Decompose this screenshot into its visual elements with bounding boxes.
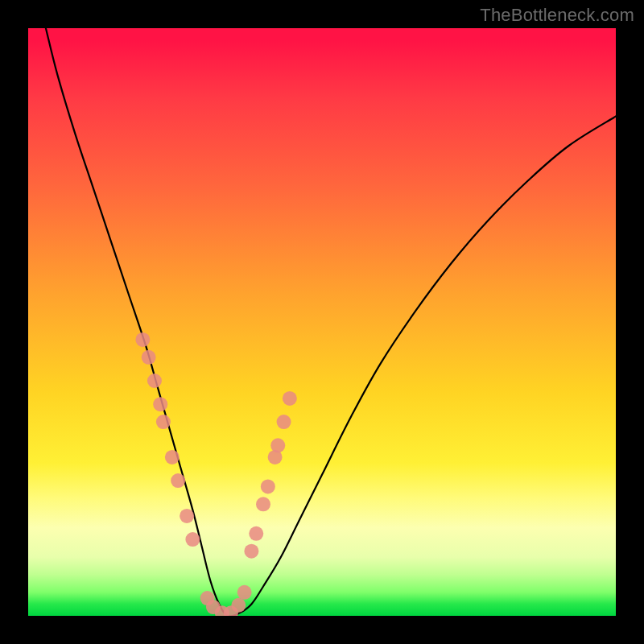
marker-layer — [135, 332, 297, 616]
watermark-text: TheBottleneck.com — [480, 5, 634, 26]
marker-dot — [180, 509, 194, 523]
marker-dot — [283, 391, 297, 406]
curve-layer — [46, 28, 616, 616]
marker-dot — [249, 526, 263, 541]
marker-dot — [165, 450, 180, 464]
marker-dot — [185, 532, 200, 547]
marker-dot — [261, 479, 275, 493]
marker-dot — [270, 438, 285, 452]
plot-area — [28, 28, 616, 616]
series-bottleneck-curve — [46, 28, 616, 616]
marker-dot — [156, 415, 171, 429]
chart-svg — [28, 28, 616, 616]
chart-frame: TheBottleneck.com — [0, 0, 644, 644]
marker-dot — [153, 397, 167, 411]
marker-dot — [142, 350, 156, 365]
marker-dot — [171, 473, 185, 488]
marker-dot — [256, 497, 270, 511]
marker-dot — [147, 374, 162, 388]
marker-dot — [244, 544, 258, 559]
marker-dot — [135, 332, 150, 347]
marker-dot — [231, 598, 246, 613]
marker-dot — [277, 415, 291, 429]
marker-dot — [237, 585, 252, 600]
